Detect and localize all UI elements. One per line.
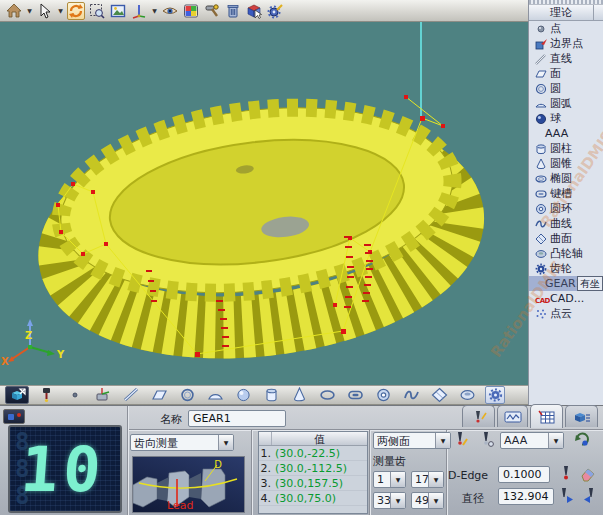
tree-item-sphere[interactable]: 球	[529, 111, 603, 126]
csys-dropdown-arrow[interactable]: ▼	[151, 2, 158, 20]
tree-item-line[interactable]: 直线	[529, 51, 603, 66]
value-row[interactable]: 1. (30.0,-22.5)	[259, 446, 367, 461]
tooth-2-select[interactable]: 17 ▼	[411, 471, 444, 488]
value-row[interactable]: 3. (30.0,157.5)	[259, 476, 367, 491]
measure-plane-button[interactable]	[149, 386, 169, 404]
measure-surface-button[interactable]	[429, 386, 449, 404]
tab-report[interactable]	[565, 405, 598, 427]
probe-machine-icon[interactable]	[37, 386, 57, 404]
sphere-icon	[535, 113, 547, 125]
tab-result-table[interactable]	[530, 404, 563, 428]
chevron-down-icon[interactable]: ▼	[390, 493, 405, 508]
measure-sphere-button[interactable]	[233, 386, 253, 404]
value-row[interactable]: 4. (30.0,75.0)	[259, 491, 367, 506]
axis-z-label: Z	[25, 330, 32, 341]
measure-point-button[interactable]	[65, 386, 85, 404]
tree-header: 理论	[529, 5, 603, 21]
tree-item-plane[interactable]: 面	[529, 66, 603, 81]
measure-curve-button[interactable]	[401, 386, 421, 404]
probe-run-icon[interactable]	[556, 486, 576, 506]
tree-item-ellipse[interactable]: 椭圆	[529, 171, 603, 186]
tree-item-point-cloud[interactable]: 点云	[529, 306, 603, 321]
d-edge-label: D-Edge	[448, 469, 488, 482]
tools-button[interactable]	[203, 2, 221, 20]
csys-view-button[interactable]	[130, 2, 148, 20]
measure-value-list[interactable]: 值 1. (30.0,-22.5) 2. (30.0,-112.5) 3. (3…	[258, 431, 368, 514]
tree-item-boundary-point[interactable]: 边界点	[529, 36, 603, 51]
eraser-icon[interactable]	[578, 464, 598, 484]
diameter-label: 直径	[462, 491, 484, 506]
measure-cone-button[interactable]	[289, 386, 309, 404]
tree-item-arc[interactable]: 圆弧	[529, 96, 603, 111]
name-input[interactable]	[188, 410, 286, 427]
select-cursor-button[interactable]	[36, 2, 54, 20]
measure-ellipse-button[interactable]	[317, 386, 337, 404]
tree-item-point[interactable]: 点	[529, 21, 603, 36]
measure-slot-button[interactable]	[345, 386, 365, 404]
tooth-1-select[interactable]: 1 ▼	[373, 471, 406, 488]
home-dropdown-arrow[interactable]: ▼	[26, 2, 33, 20]
chevron-down-icon[interactable]: ▼	[428, 493, 443, 508]
tree-item-cylinder[interactable]: 圆柱	[529, 141, 603, 156]
tree-item-curve[interactable]: 曲线	[529, 216, 603, 231]
refresh-icon[interactable]	[572, 429, 592, 449]
tree-item-camshaft[interactable]: 凸轮轴	[529, 246, 603, 261]
tree-item-cad[interactable]: CAD CAD...	[529, 291, 603, 306]
flank-select[interactable]: 两侧面 ▼	[373, 432, 451, 449]
zoom-window-button[interactable]	[88, 2, 106, 20]
tooth-counter-display: 888 10	[8, 425, 122, 513]
select-dropdown-arrow[interactable]: ▼	[57, 2, 64, 20]
probe-config-icon[interactable]	[451, 430, 471, 450]
gear1-tooltip-badge: 有坐	[577, 276, 603, 291]
tooth-3-select[interactable]: 33 ▼	[373, 492, 406, 509]
gear-3d-model	[0, 22, 528, 385]
measure-circle-button[interactable]	[177, 386, 197, 404]
chevron-down-icon[interactable]: ▼	[390, 472, 405, 487]
pick-solid-button[interactable]	[245, 2, 263, 20]
delete-button[interactable]	[224, 2, 242, 20]
measure-gear-button[interactable]	[485, 386, 505, 404]
diameter-input[interactable]	[498, 488, 554, 505]
tree-item-aaa[interactable]: AAA	[529, 126, 603, 141]
measure-camshaft-button[interactable]	[457, 386, 477, 404]
rotate-view-button[interactable]	[67, 2, 85, 20]
render-color-button[interactable]	[182, 2, 200, 20]
tree-item-gear1[interactable]: GEAR1 有坐	[529, 276, 603, 291]
measure-mode-select[interactable]: 齿向测量 ▼	[130, 434, 234, 451]
probe-select-icon[interactable]	[477, 430, 497, 450]
axis-y-label: Y	[57, 349, 64, 360]
chevron-down-icon[interactable]: ▼	[435, 433, 450, 448]
chevron-down-icon[interactable]: ▼	[428, 472, 443, 487]
tree-item-circle[interactable]: 圆	[529, 81, 603, 96]
measure-arc-button[interactable]	[205, 386, 225, 404]
tooth-4-select[interactable]: 49 ▼	[411, 492, 444, 509]
d-edge-input[interactable]	[498, 466, 550, 483]
panel-corner-icon[interactable]	[3, 409, 25, 424]
tab-probe-edit[interactable]	[462, 405, 495, 427]
chevron-down-icon[interactable]: ▼	[218, 435, 233, 450]
workpiece-csys-button[interactable]	[93, 386, 113, 404]
cad-icon: CAD	[535, 293, 547, 305]
tree-item-ring[interactable]: 圆环	[529, 201, 603, 216]
view-eye-button[interactable]	[161, 2, 179, 20]
tree-item-gear[interactable]: 齿轮	[529, 261, 603, 276]
point-icon	[535, 23, 547, 35]
measure-line-button[interactable]	[121, 386, 141, 404]
chevron-down-icon[interactable]: ▼	[548, 433, 563, 448]
datum-select[interactable]: AAA ▼	[500, 432, 564, 449]
3d-viewport[interactable]: Z Y X	[0, 22, 528, 385]
tree-item-slot[interactable]: 键槽	[529, 186, 603, 201]
tab-graph[interactable]	[497, 405, 528, 427]
value-row[interactable]: 2. (30.0,-112.5)	[259, 461, 367, 476]
tree-item-cone[interactable]: 圆锥	[529, 156, 603, 171]
fit-view-button[interactable]	[109, 2, 127, 20]
measure-ring-button[interactable]	[373, 386, 393, 404]
tree-item-surface[interactable]: 曲面	[529, 231, 603, 246]
view-mode-button[interactable]	[5, 386, 29, 404]
probe-return-icon[interactable]	[580, 486, 600, 506]
boundary-point-icon	[535, 38, 547, 50]
measure-cylinder-button[interactable]	[261, 386, 281, 404]
probe-point-icon[interactable]	[556, 464, 576, 484]
home-view-button[interactable]	[5, 2, 23, 20]
gear-settings-button[interactable]	[266, 2, 284, 20]
